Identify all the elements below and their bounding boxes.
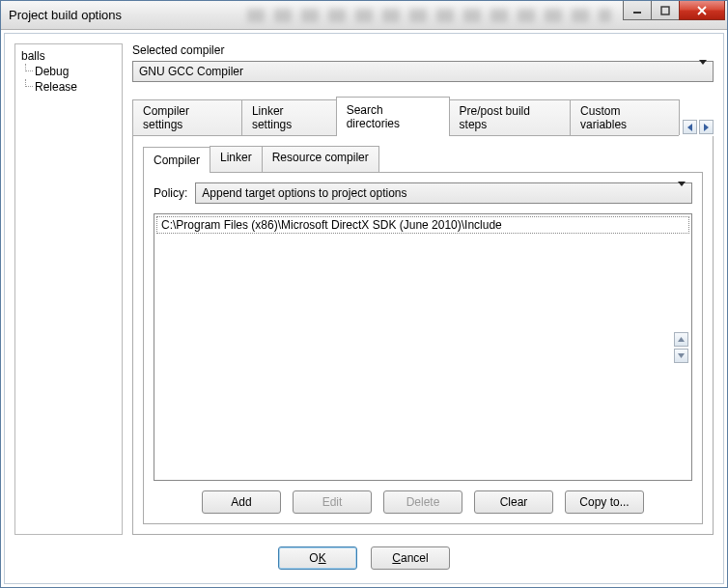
chevron-down-icon (699, 65, 707, 78)
right-pane: Selected compiler GNU GCC Compiler Compi… (132, 43, 714, 535)
copy-to-button[interactable]: Copy to... (565, 490, 644, 514)
tree-item-release[interactable]: Release (19, 79, 120, 95)
selected-compiler-combo[interactable]: GNU GCC Compiler (132, 61, 714, 82)
policy-value: Append target options to project options (202, 186, 406, 200)
move-up-button[interactable] (674, 332, 688, 347)
svg-marker-5 (678, 353, 685, 358)
chevron-down-icon (678, 186, 686, 200)
titlebar-blur (247, 9, 611, 22)
tree-root: balls Debug Release (17, 48, 120, 95)
policy-combo[interactable]: Append target options to project options (195, 182, 692, 204)
selected-compiler-value: GNU GCC Compiler (139, 65, 243, 78)
directories-listbox[interactable]: C:\Program Files (x86)\Microsoft DirectX… (154, 213, 692, 481)
main-row: balls Debug Release Selected compiler GN… (14, 43, 714, 535)
clear-button[interactable]: Clear (474, 490, 553, 514)
svg-rect-1 (661, 7, 669, 14)
svg-marker-4 (678, 337, 685, 342)
delete-button[interactable]: Delete (383, 490, 462, 514)
tab-search-directories[interactable]: Search directories (336, 97, 450, 136)
dialog-buttons: OK Cancel (14, 535, 714, 574)
tab-scroll-buttons (683, 120, 714, 136)
targets-tree[interactable]: balls Debug Release (14, 43, 123, 535)
titlebar[interactable]: Project build options (1, 1, 727, 30)
selected-compiler-label: Selected compiler (132, 43, 714, 57)
tab-linker-settings[interactable]: Linker settings (241, 99, 337, 135)
window-buttons (624, 1, 725, 20)
chevron-left-icon (687, 124, 692, 131)
main-tabstrip-wrap: Compiler settings Linker settings Search… (132, 96, 714, 136)
tree-item-root[interactable]: balls (19, 48, 120, 64)
inner-tab-resource-compiler[interactable]: Resource compiler (262, 146, 379, 172)
client-area: balls Debug Release Selected compiler GN… (4, 33, 724, 584)
policy-label: Policy: (154, 186, 187, 200)
search-directories-page: Compiler Linker Resource compiler Policy… (132, 136, 714, 535)
project-build-options-window: Project build options balls Debug Releas… (0, 0, 728, 588)
tab-scroll-left[interactable] (683, 120, 697, 134)
add-button[interactable]: Add (202, 490, 281, 514)
compiler-dirs-page: Policy: Append target options to project… (143, 173, 703, 524)
maximize-button[interactable] (651, 1, 680, 20)
tab-scroll-right[interactable] (699, 120, 714, 134)
edit-button[interactable]: Edit (293, 490, 372, 514)
policy-row: Policy: Append target options to project… (154, 182, 692, 204)
window-title: Project build options (9, 8, 122, 22)
inner-tab-linker[interactable]: Linker (210, 146, 263, 172)
list-item[interactable]: C:\Program Files (x86)\Microsoft DirectX… (156, 216, 689, 234)
inner-tab-compiler[interactable]: Compiler (143, 147, 210, 173)
tab-custom-variables[interactable]: Custom variables (570, 99, 680, 135)
ok-button[interactable]: OK (278, 546, 357, 570)
main-tabstrip: Compiler settings Linker settings Search… (132, 96, 679, 136)
tree-item-debug[interactable]: Debug (19, 64, 120, 79)
reorder-spinner (674, 332, 688, 363)
directories-list-wrap: C:\Program Files (x86)\Microsoft DirectX… (154, 213, 692, 481)
minimize-button[interactable] (623, 1, 652, 20)
move-down-button[interactable] (674, 349, 688, 363)
inner-tabstrip: Compiler Linker Resource compiler (143, 146, 703, 173)
chevron-right-icon (704, 124, 709, 131)
directory-buttons: Add Edit Delete Clear Copy to... (154, 490, 692, 514)
cancel-button[interactable]: Cancel (371, 546, 450, 570)
tab-compiler-settings[interactable]: Compiler settings (132, 99, 242, 135)
tab-pre-post-build[interactable]: Pre/post build steps (449, 99, 572, 135)
close-button[interactable] (679, 1, 725, 20)
